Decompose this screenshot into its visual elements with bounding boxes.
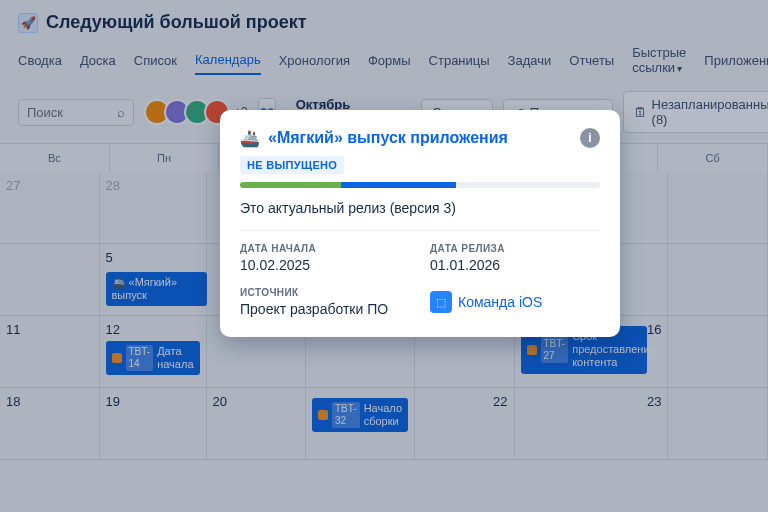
team-name: Команда iOS xyxy=(458,294,542,310)
start-date-label: ДАТА НАЧАЛА xyxy=(240,243,410,254)
ship-icon: 🚢 xyxy=(240,129,260,148)
release-date-value: 01.01.2026 xyxy=(430,257,600,273)
source-label: ИСТОЧНИК xyxy=(240,287,410,298)
info-icon[interactable]: i xyxy=(580,128,600,148)
status-badge: НЕ ВЫПУЩЕНО xyxy=(240,156,344,174)
release-title[interactable]: «Мягкий» выпуск приложения xyxy=(268,129,572,147)
release-date-label: ДАТА РЕЛИЗА xyxy=(430,243,600,254)
release-description: Это актуальный релиз (версия 3) xyxy=(240,200,600,216)
team-link[interactable]: ⬚ Команда iOS xyxy=(430,287,600,317)
release-popover: 🚢 «Мягкий» выпуск приложения i НЕ ВЫПУЩЕ… xyxy=(220,110,620,337)
progress-bar xyxy=(240,182,600,188)
team-icon: ⬚ xyxy=(430,291,452,313)
start-date-value: 10.02.2025 xyxy=(240,257,410,273)
source-value: Проект разработки ПО xyxy=(240,301,410,317)
